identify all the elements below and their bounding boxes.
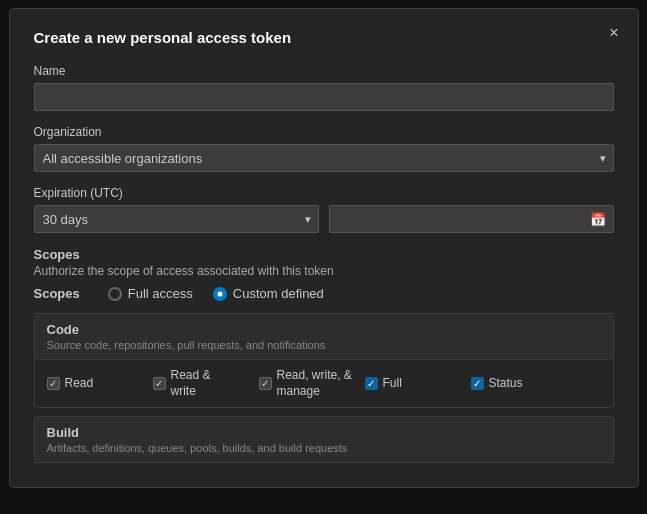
- perm-read: Read: [47, 376, 147, 392]
- scopes-section: Scopes Authorize the scope of access ass…: [34, 247, 614, 463]
- expiry-label: Expiration (UTC): [34, 186, 614, 200]
- code-scope-header: Code Source code, repositories, pull req…: [35, 314, 613, 360]
- perm-status-checkbox[interactable]: [471, 377, 484, 390]
- custom-defined-radio[interactable]: [213, 287, 227, 301]
- perm-full: Full: [365, 376, 465, 392]
- perm-status: Status: [471, 376, 571, 392]
- overlay: Create a new personal access token × Nam…: [0, 0, 647, 514]
- org-label: Organization: [34, 125, 614, 139]
- scopes-radio-group: Scopes Full access Custom defined: [34, 286, 614, 301]
- code-scope-card: Code Source code, repositories, pull req…: [34, 313, 614, 408]
- scopes-label-row: Scopes: [34, 247, 614, 264]
- custom-defined-label: Custom defined: [233, 286, 324, 301]
- close-button[interactable]: ×: [604, 23, 623, 43]
- scopes-description: Authorize the scope of access associated…: [34, 264, 614, 278]
- date-input-wrapper: 4/5/2023 📅: [329, 205, 614, 233]
- full-access-radio[interactable]: [108, 287, 122, 301]
- full-access-radio-label[interactable]: Full access: [108, 286, 193, 301]
- date-input[interactable]: 4/5/2023: [329, 205, 614, 233]
- expiry-row: 30 days60 days90 daysCustom ▾ 4/5/2023 📅: [34, 205, 614, 233]
- name-label: Name: [34, 64, 614, 78]
- perm-full-checkbox[interactable]: [365, 377, 378, 390]
- perm-read-write-label: Read &write: [171, 368, 211, 399]
- modal-dialog: Create a new personal access token × Nam…: [9, 8, 639, 488]
- custom-defined-radio-label[interactable]: Custom defined: [213, 286, 324, 301]
- perm-read-checkbox[interactable]: [47, 377, 60, 390]
- perm-full-label: Full: [383, 376, 402, 392]
- name-field-group: Name: [34, 64, 614, 111]
- scopes-inline-label: Scopes: [34, 286, 80, 301]
- expiry-select[interactable]: 30 days60 days90 daysCustom: [34, 205, 319, 233]
- build-scope-subtitle: Artifacts, definitions, queues, pools, b…: [47, 442, 601, 454]
- build-scope-card: Build Artifacts, definitions, queues, po…: [34, 416, 614, 463]
- code-scope-subtitle: Source code, repositories, pull requests…: [47, 339, 601, 351]
- modal-title: Create a new personal access token: [34, 29, 614, 46]
- scopes-title: Scopes: [34, 247, 80, 262]
- build-scope-title: Build: [47, 425, 601, 440]
- expiry-select-wrapper: 30 days60 days90 daysCustom ▾: [34, 205, 319, 233]
- perm-read-write-manage-checkbox[interactable]: [259, 377, 272, 390]
- full-access-label: Full access: [128, 286, 193, 301]
- perm-read-write: Read &write: [153, 368, 253, 399]
- org-select-wrapper: All accessible organizations ▾: [34, 144, 614, 172]
- perm-read-write-checkbox[interactable]: [153, 377, 166, 390]
- code-scope-permissions: Read Read &write Read, write, &manage Fu…: [35, 360, 613, 407]
- name-input[interactable]: [34, 83, 614, 111]
- perm-read-label: Read: [65, 376, 94, 392]
- build-scope-header: Build Artifacts, definitions, queues, po…: [35, 417, 613, 462]
- perm-read-write-manage: Read, write, &manage: [259, 368, 359, 399]
- code-scope-title: Code: [47, 322, 601, 337]
- org-select[interactable]: All accessible organizations: [34, 144, 614, 172]
- perm-status-label: Status: [489, 376, 523, 392]
- perm-read-write-manage-label: Read, write, &manage: [277, 368, 352, 399]
- expiry-field-group: Expiration (UTC) 30 days60 days90 daysCu…: [34, 186, 614, 233]
- org-field-group: Organization All accessible organization…: [34, 125, 614, 172]
